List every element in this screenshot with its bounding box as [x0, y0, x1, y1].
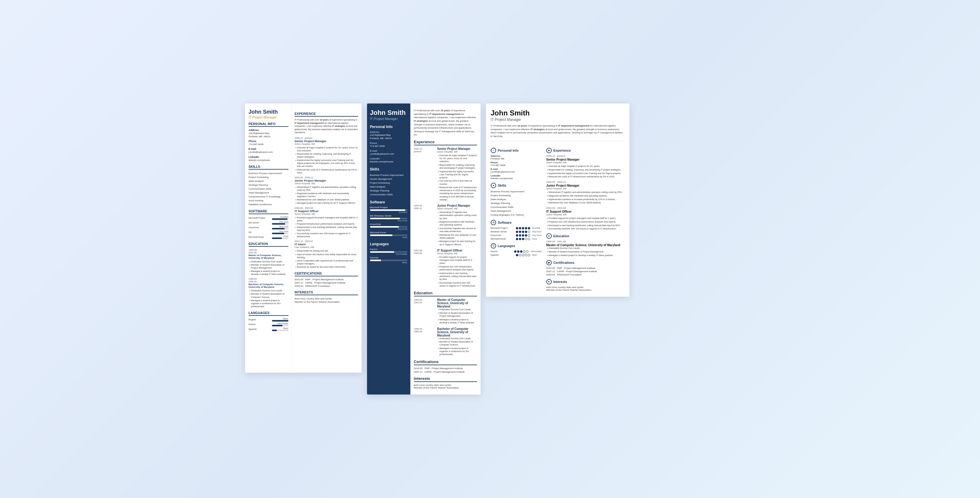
card1-interests-title: Interests — [295, 290, 358, 295]
list-item: Database architecture — [249, 203, 288, 206]
card2-phone-label: Phone — [370, 142, 407, 144]
card2-personal-info-title: Personal Info — [370, 125, 407, 129]
education-block: 1996-09 -1999-05 Bachelor of Computer Sc… — [249, 278, 288, 308]
card3-education-title: Education — [554, 234, 570, 238]
card2-experience-section: Experience — [414, 140, 477, 145]
person-icon: ☺ — [491, 148, 496, 153]
card2-skills-title: Skills — [370, 167, 407, 171]
list-item: Coding languages (C#, Python) — [491, 213, 542, 217]
list-item: Vendor Management — [370, 177, 407, 181]
experience-block: 2002-08 -2004-09 IT Support Officer Seto… — [414, 249, 477, 288]
card1-software-title: Software — [249, 209, 288, 214]
software-bar-row: Linux/Unix Very Good — [370, 223, 407, 230]
cert-row: 2007-11 CAPM - Project Management Instit… — [546, 270, 625, 273]
card1-skills-title: Skills — [249, 165, 288, 169]
card2-address-value: 134 Rightward WayPortland, ME, 04019 — [370, 133, 407, 140]
card2-email-value: j.smith@uptowork.com — [370, 152, 407, 156]
list-item: Project Scheduling — [249, 175, 288, 179]
list-item: Strategic Planning — [249, 183, 288, 187]
card1-education-title: Education — [249, 242, 288, 247]
card3-cert-title: Certifications — [554, 261, 574, 264]
card3-skills-title: Skills — [498, 184, 507, 187]
list-item: Sales Analysis — [249, 179, 288, 183]
list-item: Project Scheduling — [370, 181, 407, 185]
card2-title: IT Project Manager — [370, 117, 407, 121]
software-dot-row: Linux/Unix Very Good — [491, 234, 542, 236]
card1-phone-label: Phone — [249, 140, 288, 143]
software-bar-row: Git Very Good — [249, 230, 288, 234]
cert-icon: ◆ — [546, 260, 552, 265]
cert-row: 2010-05 PMP - Project Management Institu… — [414, 367, 477, 370]
card3-languages-title: Languages — [498, 244, 515, 247]
card2-sidebar: John Smith IT Project Manager Personal I… — [367, 104, 410, 394]
card1-address-label: Address — [249, 129, 288, 132]
software-bar-row: Microsoft Excel Good — [249, 235, 288, 239]
card2-linkedin-value: linkedin.com/johnsutw — [370, 160, 407, 163]
card1-intro: IT Professional with over 10 years of ex… — [295, 118, 358, 134]
card3-software-title: Software — [498, 221, 512, 224]
card1-phone-value: 774-987-4009 — [249, 143, 288, 146]
list-item: Comprehensive IT Knowledge — [249, 195, 288, 199]
interests-icon: ♥ — [546, 279, 552, 284]
card3-languages-header: ☰ Languages — [491, 243, 542, 249]
card2-software-title: Software — [370, 200, 407, 204]
card3-education-header: ● Education — [546, 233, 625, 239]
software-bar-row: Microsoft Excel Good — [370, 231, 407, 238]
cert-row: 2003-04 PRINCE2® Foundation — [546, 273, 625, 276]
card3-right-column: ■ Experience 2006-12 - present Senior Pr… — [546, 145, 625, 291]
software-bar-row: Linux/Unix Very Good — [249, 225, 288, 230]
card2-phone-value: 774-987-4009 — [370, 144, 407, 148]
list-item: Business Process Improvement — [249, 171, 288, 175]
experience-block: 2004-09 -2006-12 Junior Project Manager … — [414, 204, 477, 246]
card3-skills-header: ★ Skills — [491, 183, 542, 188]
card1-left-column: John Smith IT Project Manager Personal I… — [245, 104, 291, 373]
language-icon: ☰ — [491, 243, 496, 249]
skills-icon: ★ — [491, 183, 496, 188]
resume-card-2: John Smith IT Project Manager Personal I… — [367, 104, 480, 394]
experience-block: 2002-08 - 2004-09 IT Support Officer Set… — [546, 207, 625, 230]
list-item: Strategic Planning — [491, 201, 542, 205]
card1-experience-title: Experience — [295, 112, 358, 117]
card2-interests-section: Interests — [414, 376, 477, 382]
software-bar-row: MS Server Very Good — [249, 221, 288, 225]
card2-intro: IT Professional with over 10 years of ex… — [414, 109, 477, 137]
list-item: Project Scheduling — [491, 193, 542, 197]
list-item: Communication Skills — [370, 193, 407, 196]
card3-interests-text: Avid cross country skier and cyclist.Mem… — [546, 286, 625, 291]
card3-cert-header: ◆ Certifications — [546, 260, 625, 265]
card3-interests-title: Interests — [554, 280, 567, 284]
language-bar-row: French Intermediate — [249, 322, 288, 326]
card2-email-label: E-mail — [370, 150, 407, 152]
card3-intro: IT Professional with over 10 years of ex… — [491, 124, 625, 141]
cert-row: 2007-11 CAPM - Project Management Instit… — [295, 281, 358, 284]
experience-icon: ■ — [546, 148, 552, 153]
card1-address-value: 134 Rightward WayPortland, ME, 04019 — [249, 132, 288, 138]
software-dot-row: Microsoft Project Excellent — [491, 227, 542, 230]
list-item: Communication Skills — [491, 205, 542, 209]
education-icon: ● — [546, 233, 552, 239]
card2-linkedin-label: LinkedIn — [370, 157, 407, 160]
card1-name: John Smith — [249, 109, 288, 115]
list-item: Team Management — [249, 191, 288, 195]
card3-interests-header: ♥ Interests — [546, 279, 625, 284]
list-item: Team Management — [491, 209, 542, 213]
card1-email-value: j.smith@uptowork.com — [249, 150, 288, 154]
card2-right-column: IT Professional with over 10 years of ex… — [410, 104, 480, 394]
cert-row: 2007-11 CAPM - Project Management Instit… — [414, 370, 477, 373]
experience-block: 2006-12 -present Senior Project Manager … — [414, 147, 477, 201]
card3-personal-info-header: ☺ Personal Info — [491, 148, 542, 153]
card3-personal-info-title: Personal Info — [498, 148, 519, 152]
card1-linkedin-label: LinkedIn — [249, 156, 288, 158]
language-bar-row: French Intermediate — [370, 248, 407, 255]
main-container: John Smith IT Project Manager Personal I… — [245, 104, 735, 394]
card3-left-column: ☺ Personal Info Address Portland, ME Pho… — [491, 145, 542, 291]
experience-block: 2006-12 - present Senior Project Manager… — [546, 155, 625, 178]
resume-card-3: John Smith IT Project Manager IT Profess… — [486, 104, 629, 297]
card2-interests-text: Avid cross country skier and cyclist.Mem… — [414, 384, 477, 389]
language-dot-row: French Intermediate — [491, 250, 542, 253]
education-block: 1996-09 -1999-06 Bachelor of Computer Sc… — [414, 327, 477, 356]
cert-row: 2003-04 PRINCE2® Foundation — [295, 285, 358, 287]
software-bar-row: MS Windows Server Very Good — [370, 214, 407, 222]
card1-title: IT Project Manager — [249, 115, 288, 119]
card1-personal-info-title: Personal Info — [249, 122, 288, 127]
